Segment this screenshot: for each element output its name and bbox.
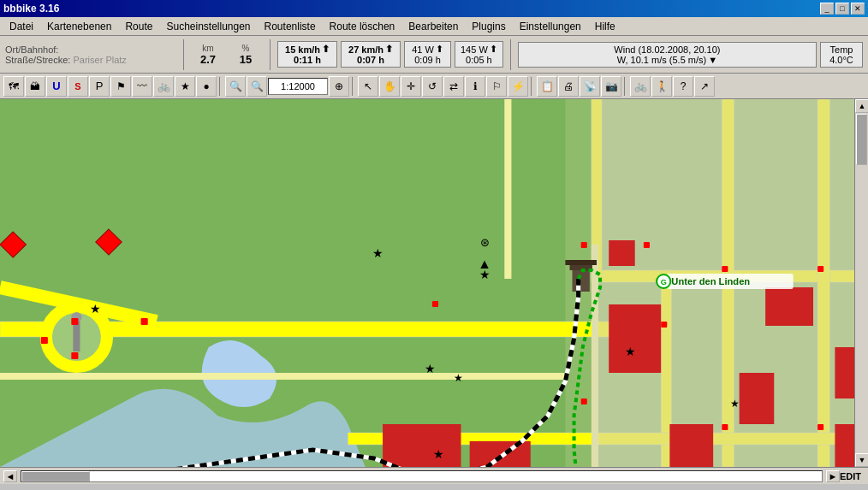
power2-time: 0:05 h <box>466 55 492 65</box>
tb-move[interactable]: ✋ <box>379 76 400 97</box>
svg-rect-21 <box>609 240 634 266</box>
svg-text:★: ★ <box>90 302 101 316</box>
menu-plugins[interactable]: Plugins <box>466 18 511 35</box>
strasse-label: Straße/Strecke: <box>5 55 70 65</box>
svg-text:⊛: ⊛ <box>480 236 490 249</box>
speed2-arrow: ⬆ <box>385 44 393 55</box>
tb-icon-flag[interactable]: ⚑ <box>110 76 131 97</box>
svg-text:★: ★ <box>625 345 636 358</box>
menu-route[interactable]: Route <box>119 18 158 35</box>
tb-icon-1[interactable]: 🗺 <box>3 76 24 97</box>
wind-dropdown-icon[interactable]: ▼ <box>708 55 717 65</box>
tb-zoom-out[interactable]: 🔍 <box>225 76 246 97</box>
tb-info[interactable]: ℹ <box>465 76 485 97</box>
svg-rect-38 <box>581 242 587 248</box>
power1-time: 0:09 h <box>414 55 441 65</box>
tb-cursor[interactable]: ↖ <box>358 76 378 97</box>
horizontal-scroll-track[interactable] <box>21 470 823 482</box>
menu-routenliste[interactable]: Routenliste <box>259 18 322 35</box>
tb-camera[interactable]: 📷 <box>601 76 621 97</box>
power2-label: 145 W <box>461 44 488 55</box>
wind-block: Wind (18.02.2008, 20.10) W, 10.1 m/s (5.… <box>518 42 817 68</box>
statusbar: ◄ ► EDIT <box>0 467 868 484</box>
maximize-button[interactable]: □ <box>835 3 849 15</box>
menu-kartenebenen[interactable]: Kartenebenen <box>41 18 117 35</box>
tb-gps[interactable]: 📡 <box>580 76 600 97</box>
tb-icon-2[interactable]: 🏔 <box>25 76 45 97</box>
map-area[interactable]: ★ ★ ★ ★ ★ ★ ★ ★ ▲ ⊛ Unter den Linden G P… <box>0 99 868 467</box>
menu-sucheinstellungen[interactable]: Sucheinstellungen <box>160 18 256 35</box>
tb-compass[interactable]: ⊕ <box>329 76 349 97</box>
svg-rect-26 <box>565 260 597 265</box>
tb-waypoint[interactable]: ⚐ <box>486 76 507 97</box>
svg-rect-32 <box>71 318 78 325</box>
tb-print[interactable]: 🖨 <box>558 76 579 97</box>
temp-label: Temp <box>830 44 853 55</box>
scroll-right-button[interactable]: ► <box>826 470 840 482</box>
tb-icon-s[interactable]: S <box>68 76 88 97</box>
tb-crosshair[interactable]: ✛ <box>401 76 421 97</box>
speed1-label: 15 km/h <box>285 44 320 55</box>
tb-swap[interactable]: ⇄ <box>443 76 464 97</box>
svg-text:★: ★ <box>730 398 740 410</box>
svg-rect-43 <box>817 266 823 272</box>
menu-route-loeschen[interactable]: Route löschen <box>324 18 401 35</box>
vertical-scrollbar[interactable]: ▲ ▼ <box>854 99 868 467</box>
toolbar-sep-1 <box>219 77 223 96</box>
power1-block: 41 W ⬆ 0:09 h <box>404 41 451 68</box>
ort-label: Ort/Bahnhof: <box>5 44 58 55</box>
scroll-down-button[interactable]: ▼ <box>855 453 868 467</box>
svg-rect-13 <box>504 99 511 279</box>
tb-zoom-in[interactable]: 🔍 <box>247 76 267 97</box>
horizontal-scroll-thumb[interactable] <box>21 471 90 481</box>
temp-value: 4.0°C <box>829 55 853 65</box>
tb-refresh[interactable]: ↺ <box>422 76 443 97</box>
svg-rect-16 <box>669 424 713 467</box>
minimize-button[interactable]: _ <box>820 3 834 15</box>
svg-text:★: ★ <box>425 362 436 375</box>
km-label: km <box>202 44 213 53</box>
svg-text:★: ★ <box>454 372 463 384</box>
svg-rect-35 <box>432 301 438 307</box>
tb-arrow[interactable]: ↗ <box>694 76 715 97</box>
scroll-thumb[interactable] <box>856 114 867 165</box>
wind-header: Wind (18.02.2008, 20.10) <box>614 44 720 55</box>
close-button[interactable]: ✕ <box>851 3 865 15</box>
wind-value: W, 10.1 m/s (5.5 m/s) <box>617 55 707 65</box>
speed2-time: 0:07 h <box>357 55 384 65</box>
tb-walk[interactable]: 🚶 <box>651 76 672 97</box>
tb-copy[interactable]: 📋 <box>537 76 557 97</box>
scale-input[interactable]: 1:12000 <box>268 78 328 95</box>
speed1-time: 0:11 h <box>294 55 321 65</box>
tb-icon-dot[interactable]: ● <box>196 76 217 97</box>
divider-3 <box>510 39 511 70</box>
tb-icon-p[interactable]: P <box>89 76 110 97</box>
menu-datei[interactable]: Datei <box>3 18 39 35</box>
menu-einstellungen[interactable]: Einstellungen <box>514 18 587 35</box>
window-controls: _ □ ✕ <box>820 3 865 15</box>
svg-rect-11 <box>0 373 565 380</box>
menu-hilfe[interactable]: Hilfe <box>589 18 621 35</box>
scroll-up-button[interactable]: ▲ <box>855 99 868 113</box>
svg-text:▲: ▲ <box>478 256 491 271</box>
svg-rect-17 <box>740 373 775 424</box>
svg-rect-31 <box>141 318 148 325</box>
svg-rect-45 <box>722 424 728 430</box>
temp-block: Temp 4.0°C <box>820 42 863 68</box>
menu-bearbeiten[interactable]: Bearbeiten <box>402 18 464 35</box>
scroll-left-button[interactable]: ◄ <box>3 470 17 482</box>
svg-text:★: ★ <box>372 246 383 260</box>
svg-text:★: ★ <box>433 447 444 461</box>
tb-icon-u[interactable]: U <box>46 76 67 97</box>
tb-icon-bike[interactable]: 🚲 <box>153 76 174 97</box>
svg-rect-33 <box>71 352 78 359</box>
percent-label: % <box>242 44 250 53</box>
tb-lightning[interactable]: ⚡ <box>508 76 528 97</box>
tb-icon-star[interactable]: ★ <box>175 76 195 97</box>
svg-rect-34 <box>41 337 48 344</box>
tb-bike2[interactable]: 🚲 <box>630 76 651 97</box>
strasse-value: Pariser Platz <box>73 55 126 65</box>
tb-question[interactable]: ? <box>673 76 693 97</box>
tb-icon-route[interactable]: 〰 <box>132 76 152 97</box>
infobar: Ort/Bahnhof: Straße/Strecke: Pariser Pla… <box>0 36 868 74</box>
